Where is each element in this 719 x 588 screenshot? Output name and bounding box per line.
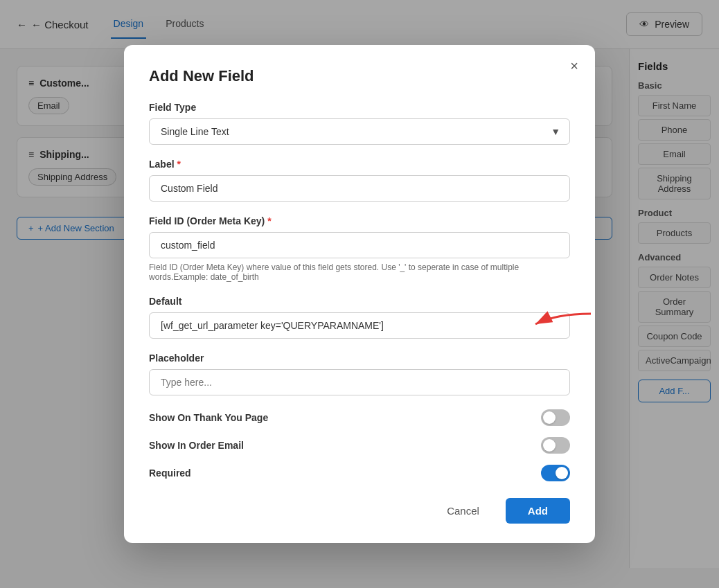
label-field-label: Label *: [149, 159, 570, 170]
field-id-hint: Field ID (Order Meta Key) where value of…: [149, 262, 570, 282]
default-field-wrapper: [149, 312, 570, 339]
placeholder-group: Placeholder: [149, 353, 570, 395]
show-order-email-toggle[interactable]: [541, 437, 570, 454]
show-thank-you-row: Show On Thank You Page: [149, 409, 570, 426]
label-input[interactable]: [149, 175, 570, 202]
placeholder-input[interactable]: [149, 369, 570, 395]
show-order-email-slider: [541, 437, 570, 454]
modal-close-button[interactable]: ×: [570, 59, 578, 73]
field-id-input[interactable]: [149, 232, 570, 258]
show-order-email-label: Show In Order Email: [149, 440, 244, 451]
label-group: Label *: [149, 159, 570, 202]
default-input[interactable]: [149, 312, 570, 339]
show-thank-you-label: Show On Thank You Page: [149, 412, 268, 423]
placeholder-label: Placeholder: [149, 353, 570, 364]
add-button[interactable]: Add: [506, 498, 570, 524]
modal-footer: Cancel Add: [149, 498, 570, 524]
modal-overlay: Add New Field × Field Type Single Line T…: [0, 0, 719, 588]
field-type-label: Field Type: [149, 102, 570, 113]
field-type-group: Field Type Single Line TextMulti Line Te…: [149, 102, 570, 145]
required-toggle[interactable]: [541, 465, 570, 481]
required-slider: [541, 465, 570, 481]
add-new-field-modal: Add New Field × Field Type Single Line T…: [124, 45, 595, 543]
field-id-group: Field ID (Order Meta Key) * Field ID (Or…: [149, 215, 570, 282]
field-id-required-marker: *: [267, 215, 271, 226]
label-required-marker: *: [177, 159, 181, 170]
modal-title: Add New Field: [149, 67, 570, 85]
field-type-select[interactable]: Single Line TextMulti Line TextNumberEma…: [149, 118, 570, 145]
show-thank-you-toggle[interactable]: [541, 409, 570, 426]
required-label: Required: [149, 467, 191, 479]
cancel-button[interactable]: Cancel: [430, 498, 496, 524]
field-id-label: Field ID (Order Meta Key) *: [149, 215, 570, 226]
default-label: Default: [149, 296, 570, 307]
show-thank-you-slider: [541, 409, 570, 426]
field-type-select-wrapper: Single Line TextMulti Line TextNumberEma…: [149, 118, 570, 145]
show-order-email-row: Show In Order Email: [149, 437, 570, 454]
default-group: Default: [149, 296, 570, 339]
required-row: Required: [149, 465, 570, 481]
